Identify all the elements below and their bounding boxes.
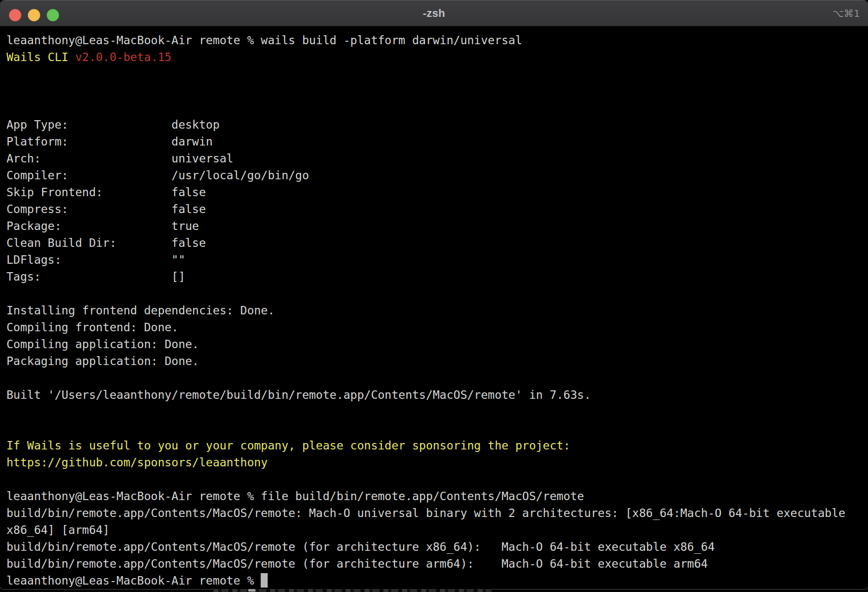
- terminal-line: LDFlags: "": [6, 251, 863, 268]
- background-window-fragment: [214, 589, 492, 592]
- terminal-text: Installing frontend dependencies: Done.: [6, 304, 275, 317]
- terminal-key-value: Compress: false: [6, 203, 206, 216]
- tab-shortcut-hint: ⌥⌘1: [832, 0, 860, 26]
- terminal-line: Built '/Users/leaanthony/remote/build/bi…: [6, 386, 863, 403]
- terminal-blank-line: [6, 403, 863, 420]
- terminal-blank-line: [6, 420, 863, 437]
- terminal-text: leaanthony@Leas-MacBook-Air remote % fil…: [6, 490, 584, 503]
- terminal-text: If Wails is useful to you or your compan…: [6, 439, 570, 452]
- terminal-text: leaanthony@Leas-MacBook-Air remote %: [6, 574, 261, 587]
- terminal-line: Packaging application: Done.: [6, 353, 863, 370]
- terminal-line: Wails CLI v2.0.0-beta.15: [6, 49, 863, 66]
- terminal-text: v2.0.0-beta.15: [75, 51, 171, 64]
- terminal-line: build/bin/remote.app/Contents/MacOS/remo…: [6, 555, 863, 572]
- terminal-text: Compiling frontend: Done.: [6, 321, 178, 334]
- window-title: -zsh: [0, 0, 868, 26]
- background-window-fragment-highlight: [248, 589, 255, 592]
- terminal-window: -zsh ⌥⌘1 leaanthony@Leas-MacBook-Air rem…: [0, 0, 868, 589]
- sponsor-link[interactable]: https://github.com/sponsors/leaanthony: [6, 456, 268, 469]
- terminal-line: build/bin/remote.app/Contents/MacOS/remo…: [6, 505, 863, 521]
- terminal-key-value: Package: true: [6, 220, 199, 232]
- terminal-text: Packaging application: Done.: [6, 355, 199, 368]
- terminal-line: leaanthony@Leas-MacBook-Air remote % wai…: [6, 32, 863, 49]
- terminal-content[interactable]: leaanthony@Leas-MacBook-Air remote % wai…: [0, 26, 868, 589]
- screen: -zsh ⌥⌘1 leaanthony@Leas-MacBook-Air rem…: [0, 0, 868, 592]
- terminal-line: build/bin/remote.app/Contents/MacOS/remo…: [6, 538, 863, 555]
- shell-prompt: leaanthony@Leas-MacBook-Air remote %: [6, 572, 863, 589]
- terminal-key-value: Clean Build Dir: false: [6, 236, 206, 249]
- terminal-line: https://github.com/sponsors/leaanthony: [6, 454, 863, 471]
- text-cursor: [261, 573, 268, 588]
- terminal-blank-line: [6, 285, 863, 302]
- terminal-blank-line: [6, 82, 863, 99]
- terminal-line: Arch: universal: [6, 150, 863, 167]
- terminal-key-value: Arch: universal: [6, 152, 233, 165]
- terminal-text: leaanthony@Leas-MacBook-Air remote % wai…: [6, 34, 522, 47]
- terminal-line: App Type: desktop: [6, 116, 863, 133]
- terminal-blank-line: [6, 99, 863, 116]
- titlebar[interactable]: -zsh ⌥⌘1: [0, 0, 868, 26]
- terminal-blank-line: [6, 471, 863, 488]
- terminal-blank-line: [6, 370, 863, 386]
- terminal-text: build/bin/remote.app/Contents/MacOS/remo…: [6, 507, 845, 519]
- terminal-text: Wails CLI: [6, 51, 75, 64]
- terminal-line: Package: true: [6, 218, 863, 234]
- terminal-line: Installing frontend dependencies: Done.: [6, 302, 863, 319]
- terminal-line: Platform: darwin: [6, 133, 863, 150]
- terminal-key-value: LDFlags: "": [6, 253, 185, 266]
- terminal-line: x86_64] [arm64]: [6, 521, 863, 538]
- terminal-text: build/bin/remote.app/Contents/MacOS/remo…: [6, 540, 715, 553]
- terminal-line: Compiler: /usr/local/go/bin/go: [6, 167, 863, 184]
- terminal-text: x86_64] [arm64]: [6, 523, 110, 536]
- terminal-key-value: Compiler: /usr/local/go/bin/go: [6, 169, 309, 182]
- terminal-line: leaanthony@Leas-MacBook-Air remote % fil…: [6, 488, 863, 505]
- terminal-line: Skip Frontend: false: [6, 184, 863, 201]
- terminal-key-value: App Type: desktop: [6, 118, 219, 131]
- terminal-text: Built '/Users/leaanthony/remote/build/bi…: [6, 388, 591, 401]
- terminal-key-value: Skip Frontend: false: [6, 186, 206, 199]
- terminal-line: Compiling frontend: Done.: [6, 319, 863, 336]
- terminal-text: Compiling application: Done.: [6, 338, 199, 351]
- terminal-line: Compress: false: [6, 201, 863, 218]
- terminal-line: If Wails is useful to you or your compan…: [6, 437, 863, 454]
- terminal-blank-line: [6, 66, 863, 82]
- terminal-key-value: Platform: darwin: [6, 135, 213, 148]
- terminal-line: Compiling application: Done.: [6, 336, 863, 353]
- terminal-line: Tags: []: [6, 268, 863, 285]
- terminal-text: build/bin/remote.app/Contents/MacOS/remo…: [6, 557, 708, 570]
- terminal-key-value: Tags: []: [6, 270, 185, 283]
- terminal-line: Clean Build Dir: false: [6, 234, 863, 251]
